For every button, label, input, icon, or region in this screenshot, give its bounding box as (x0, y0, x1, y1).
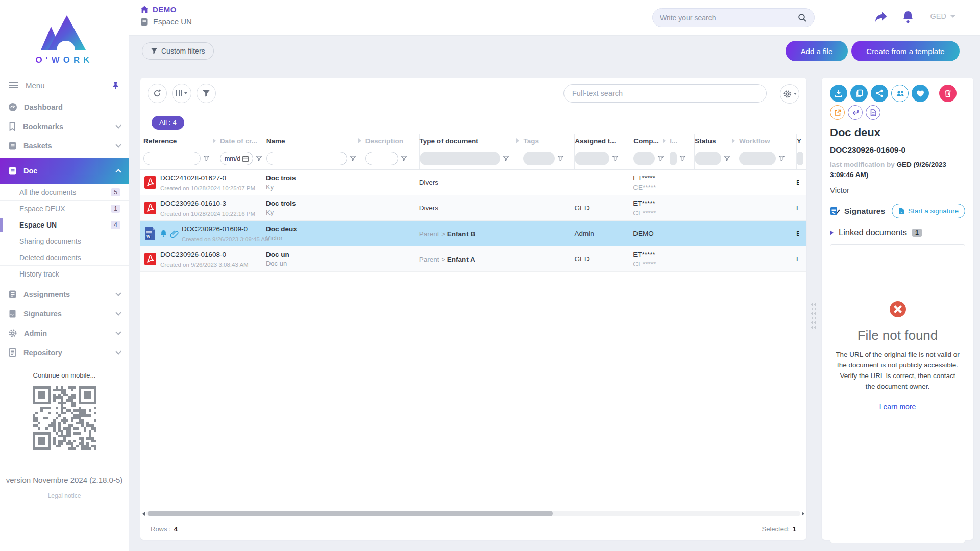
column-header-date[interactable]: Date of cr... (220, 134, 266, 147)
document-title: Doc deux (830, 126, 965, 139)
filter-status-select[interactable] (695, 152, 721, 165)
sidebar-item-doc[interactable]: Doc (0, 158, 129, 184)
column-header-workflow[interactable]: Workflow (739, 134, 796, 147)
create-from-template-button[interactable]: Create from a template (851, 41, 960, 61)
file-not-found-message: The URL of the original file is not vali… (836, 349, 960, 392)
open-external-button[interactable] (830, 105, 845, 120)
filter-i-select[interactable] (670, 152, 677, 165)
filter-workflow-select[interactable] (739, 152, 776, 165)
filter-y-select[interactable] (797, 152, 803, 165)
filter-reference-input[interactable] (143, 152, 201, 165)
sidebar-item-baskets[interactable]: Baskets (0, 136, 129, 156)
sidebar-item-bookmarks[interactable]: Bookmarks (0, 117, 129, 136)
document-button[interactable] (866, 105, 880, 120)
start-signature-button[interactable]: Start a signature (892, 204, 965, 218)
favorite-button[interactable] (912, 85, 929, 102)
filter-assigned-select[interactable] (575, 152, 609, 165)
return-button[interactable] (848, 105, 863, 120)
filter-type-select[interactable] (420, 152, 500, 165)
sidebar-item-admin[interactable]: Admin (0, 323, 129, 343)
filter-date-input[interactable]: mm/d (220, 152, 253, 165)
column-header-i[interactable]: I... (670, 134, 694, 147)
filter-funnel-icon[interactable] (350, 155, 356, 162)
sidebar-menu-toggle[interactable]: Menu (0, 74, 129, 96)
filter-description-input[interactable] (365, 152, 398, 165)
column-header-description[interactable]: Description (365, 134, 419, 147)
sidebar-item-deleted-documents[interactable]: Deleted documents (0, 249, 129, 266)
return-icon (852, 109, 859, 116)
column-header-y[interactable]: Y (796, 134, 806, 147)
linked-documents-toggle[interactable]: Linked documents 1 (830, 228, 965, 237)
sidebar-item-repository[interactable]: Repository (0, 343, 129, 362)
notifications-bell-icon[interactable] (901, 10, 915, 24)
duplicate-button[interactable] (850, 85, 868, 102)
scrollbar-thumb[interactable] (148, 511, 553, 516)
sidebar-item-assignments[interactable]: Assignments (0, 285, 129, 304)
user-menu[interactable]: GED (930, 12, 955, 20)
column-header-type[interactable]: Type of document (419, 134, 524, 147)
table-row[interactable]: DOC241028-01627-0Created on 10/28/2024 1… (140, 170, 806, 195)
sidebar-item-label: Assignments (23, 290, 70, 298)
svg-text:W: W (146, 235, 150, 238)
filter-funnel-icon[interactable] (724, 155, 730, 162)
column-header-assigned[interactable]: Assigned t... (574, 134, 633, 147)
breadcrumb-home[interactable]: DEMO (140, 5, 192, 14)
search-icon[interactable] (798, 13, 807, 22)
users-icon (896, 90, 904, 97)
share-forward-icon[interactable] (874, 10, 888, 23)
table-settings-button[interactable] (780, 84, 799, 104)
filter-funnel-icon[interactable] (778, 155, 785, 162)
table-row[interactable]: DOC230926-01608-0Created on 9/26/2023 3:… (140, 246, 806, 272)
column-header-reference[interactable]: Reference (143, 134, 220, 147)
sidebar-item-espace-un[interactable]: Espace UN 4 (0, 217, 129, 233)
add-file-button[interactable]: Add a file (786, 41, 848, 61)
learn-more-link[interactable]: Learn more (879, 403, 916, 411)
sidebar-item-sharing-documents[interactable]: Sharing documents (0, 233, 129, 249)
sidebar-item-espace-deux[interactable]: Espace DEUX 1 (0, 201, 129, 217)
filter-funnel-icon[interactable] (203, 155, 210, 162)
filter-funnel-icon[interactable] (256, 155, 262, 162)
filter-funnel-icon[interactable] (657, 155, 664, 162)
scroll-left-arrow[interactable] (142, 512, 145, 516)
sidebar-item-dashboard[interactable]: Dashboard (0, 97, 129, 117)
scope-tab-all[interactable]: All : 4 (152, 116, 184, 130)
chevron-down-icon (115, 142, 121, 147)
filter-comp-select[interactable] (633, 152, 655, 165)
filter-funnel-icon[interactable] (557, 155, 564, 162)
table-row[interactable]: DOC230926-01610-3Created on 10/28/2024 1… (140, 195, 806, 221)
legal-notice-link[interactable]: Legal notice (0, 492, 129, 499)
download-button[interactable] (830, 85, 847, 102)
filter-funnel-icon[interactable] (401, 155, 407, 162)
selected-count: 1 (793, 525, 796, 533)
sidebar-item-history-track[interactable]: History track (0, 266, 129, 282)
column-header-comp[interactable]: Comp... (633, 134, 670, 147)
custom-filters-button[interactable]: Custom filters (142, 42, 214, 60)
pin-icon[interactable] (112, 81, 119, 89)
columns-button[interactable] (172, 84, 191, 103)
filter-funnel-icon[interactable] (679, 155, 686, 162)
filter-funnel-icon[interactable] (503, 155, 509, 162)
table-footer: Rows :4 Selected:1 (140, 518, 806, 540)
filter-name-input[interactable] (266, 152, 347, 165)
sidebar-item-all-documents[interactable]: All the documents 5 (0, 184, 129, 201)
scroll-right-arrow[interactable] (802, 512, 804, 516)
column-header-name[interactable]: Name (266, 134, 365, 147)
fulltext-search-input[interactable] (564, 84, 767, 103)
column-header-status[interactable]: Status (694, 134, 739, 147)
column-header-tags[interactable]: Tags (523, 134, 574, 147)
share-button[interactable] (871, 85, 888, 102)
global-search-input[interactable] (660, 14, 798, 22)
sidebar-item-signatures[interactable]: Signatures (0, 304, 129, 323)
horizontal-scrollbar[interactable] (142, 510, 804, 517)
filter-button[interactable] (197, 84, 216, 103)
delete-button[interactable] (939, 85, 957, 102)
table-row-selected[interactable]: W DOC230926-01609-0Created on 9/26/2023 … (140, 221, 806, 246)
filter-funnel-icon[interactable] (612, 155, 619, 162)
global-search (652, 8, 815, 27)
users-button[interactable] (891, 85, 909, 102)
scrollbar-track[interactable] (146, 511, 800, 516)
chevron-down-icon (115, 122, 121, 128)
refresh-button[interactable] (148, 84, 167, 103)
filter-tags-select[interactable] (523, 152, 555, 165)
panel-resize-handle[interactable] (811, 302, 817, 331)
